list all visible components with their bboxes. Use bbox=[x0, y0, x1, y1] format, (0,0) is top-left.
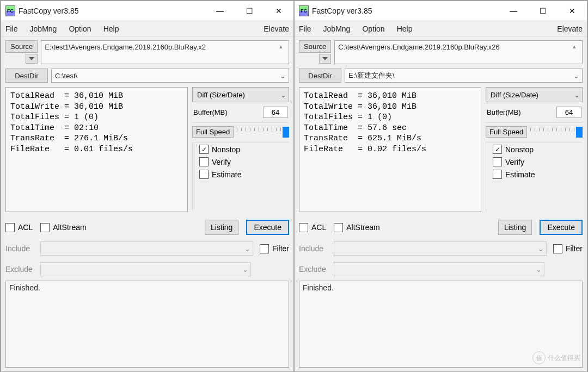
listing-button[interactable]: Listing bbox=[498, 220, 532, 235]
estimate-checkbox[interactable]: Estimate bbox=[493, 170, 580, 179]
fastcopy-window-left: FC FastCopy ver3.85 — ☐ ✕ File JobMng Op… bbox=[1, 1, 294, 372]
fastcopy-window-right: FC FastCopy ver3.85 — ☐ ✕ File JobMng Op… bbox=[294, 1, 587, 372]
destdir-button[interactable]: DestDir bbox=[5, 69, 48, 83]
include-label: Include bbox=[5, 244, 36, 253]
buffer-input[interactable]: 64 bbox=[263, 107, 288, 118]
exclude-combo[interactable]: ⌄ bbox=[334, 262, 544, 276]
chevron-down-icon: ⌄ bbox=[280, 91, 286, 99]
nonstop-checkbox[interactable]: ✓Nonstop bbox=[493, 145, 580, 154]
speed-slider[interactable] bbox=[237, 127, 289, 138]
chevron-down-icon: ⌄ bbox=[278, 72, 287, 80]
window-title: FastCopy ver3.85 bbox=[312, 7, 499, 15]
menu-jobmng[interactable]: JobMng bbox=[30, 24, 57, 33]
altstream-checkbox[interactable]: AltStream bbox=[40, 223, 86, 232]
menu-elevate[interactable]: Elevate bbox=[264, 24, 289, 33]
buffer-label: Buffer(MB) bbox=[487, 108, 521, 116]
mode-combo[interactable]: Diff (Size/Date) ⌄ bbox=[192, 87, 289, 102]
speed-label: Full Speed bbox=[486, 126, 527, 138]
buffer-label: Buffer(MB) bbox=[193, 108, 228, 116]
stats-output: TotalRead = 36,010 MiB TotalWrite = 36,0… bbox=[299, 87, 481, 212]
filter-checkbox[interactable]: Filter bbox=[260, 244, 289, 253]
watermark-icon: 值 bbox=[532, 351, 546, 364]
listing-button[interactable]: Listing bbox=[205, 220, 238, 235]
chevron-down-icon: ⌄ bbox=[536, 265, 542, 274]
chevron-down-icon: ⌄ bbox=[242, 265, 248, 274]
acl-checkbox[interactable]: ACL bbox=[5, 223, 33, 232]
altstream-checkbox[interactable]: AltStream bbox=[334, 223, 379, 232]
exclude-label: Exclude bbox=[299, 265, 329, 274]
menubar: File JobMng Option Help Elevate bbox=[1, 21, 293, 37]
destdir-combo[interactable]: E:\新建文件夹\ ⌄ bbox=[345, 69, 583, 83]
acl-checkbox[interactable]: ACL bbox=[299, 223, 326, 232]
speed-slider[interactable] bbox=[530, 127, 583, 138]
titlebar: FC FastCopy ver3.85 — ☐ ✕ bbox=[1, 1, 293, 21]
destdir-combo[interactable]: C:\test\ ⌄ bbox=[51, 69, 289, 83]
chevron-down-icon bbox=[322, 57, 328, 60]
execute-button[interactable]: Execute bbox=[246, 220, 289, 235]
app-icon: FC bbox=[5, 6, 15, 16]
include-label: Include bbox=[299, 244, 329, 253]
source-path-text: C:\test\Avengers.Endgame.2019.2160p.BluR… bbox=[338, 43, 570, 61]
buffer-input[interactable]: 64 bbox=[556, 107, 581, 118]
include-combo[interactable]: ⌄ bbox=[40, 241, 253, 256]
source-path-text: E:\test1\Avengers.Endgame.2019.2160p.Blu… bbox=[45, 43, 277, 61]
source-button[interactable]: Source bbox=[5, 40, 38, 53]
watermark: 值 什么值得买 bbox=[532, 351, 580, 364]
chevron-down-icon: ⌄ bbox=[571, 72, 581, 80]
log-output: Finished. bbox=[5, 281, 289, 368]
app-icon: FC bbox=[299, 6, 309, 16]
menu-option[interactable]: Option bbox=[69, 24, 91, 33]
chevron-down-icon: ⌄ bbox=[538, 245, 544, 253]
include-combo[interactable]: ⌄ bbox=[334, 241, 547, 256]
menu-help[interactable]: Help bbox=[397, 24, 413, 33]
maximize-button[interactable]: ☐ bbox=[235, 1, 264, 21]
menu-help[interactable]: Help bbox=[103, 24, 119, 33]
menu-option[interactable]: Option bbox=[362, 24, 384, 33]
minimize-button[interactable]: — bbox=[205, 1, 235, 21]
close-button[interactable]: ✕ bbox=[558, 1, 587, 21]
destdir-text: E:\新建文件夹\ bbox=[348, 71, 571, 80]
exclude-label: Exclude bbox=[5, 265, 36, 274]
execute-button[interactable]: Execute bbox=[540, 220, 583, 235]
mode-combo[interactable]: Diff (Size/Date) ⌄ bbox=[486, 87, 583, 102]
scroll-up-icon[interactable]: ▴ bbox=[277, 43, 285, 61]
source-button[interactable]: Source bbox=[299, 40, 331, 53]
source-path-input[interactable]: E:\test1\Avengers.Endgame.2019.2160p.Blu… bbox=[41, 40, 289, 64]
menu-elevate[interactable]: Elevate bbox=[557, 24, 583, 33]
menu-jobmng[interactable]: JobMng bbox=[323, 24, 351, 33]
slider-thumb-icon bbox=[283, 127, 289, 138]
chevron-down-icon: ⌄ bbox=[574, 91, 580, 99]
menu-file[interactable]: File bbox=[5, 24, 18, 33]
scroll-up-icon[interactable]: ▴ bbox=[570, 43, 579, 61]
mode-combo-text: Diff (Size/Date) bbox=[197, 91, 245, 99]
speed-label: Full Speed bbox=[192, 126, 234, 138]
destdir-text: C:\test\ bbox=[55, 72, 278, 80]
chevron-down-icon: ⌄ bbox=[244, 245, 250, 253]
chevron-down-icon bbox=[29, 57, 34, 60]
estimate-checkbox[interactable]: Estimate bbox=[199, 170, 287, 179]
verify-checkbox[interactable]: Verify bbox=[493, 157, 580, 166]
source-history-button[interactable] bbox=[319, 54, 331, 64]
window-title: FastCopy ver3.85 bbox=[19, 7, 205, 15]
filter-checkbox[interactable]: Filter bbox=[553, 244, 583, 253]
source-history-button[interactable] bbox=[26, 54, 38, 64]
slider-thumb-icon bbox=[576, 127, 583, 138]
maximize-button[interactable]: ☐ bbox=[528, 1, 558, 21]
close-button[interactable]: ✕ bbox=[264, 1, 293, 21]
nonstop-checkbox[interactable]: ✓Nonstop bbox=[199, 145, 287, 154]
source-path-input[interactable]: C:\test\Avengers.Endgame.2019.2160p.BluR… bbox=[334, 40, 583, 64]
exclude-combo[interactable]: ⌄ bbox=[40, 262, 251, 276]
mode-combo-text: Diff (Size/Date) bbox=[491, 91, 538, 99]
menubar: File JobMng Option Help Elevate bbox=[295, 21, 587, 37]
destdir-button[interactable]: DestDir bbox=[299, 69, 341, 83]
stats-output: TotalRead = 36,010 MiB TotalWrite = 36,0… bbox=[5, 87, 188, 212]
titlebar: FC FastCopy ver3.85 — ☐ ✕ bbox=[295, 1, 587, 21]
minimize-button[interactable]: — bbox=[499, 1, 528, 21]
menu-file[interactable]: File bbox=[299, 24, 311, 33]
verify-checkbox[interactable]: Verify bbox=[199, 157, 287, 166]
